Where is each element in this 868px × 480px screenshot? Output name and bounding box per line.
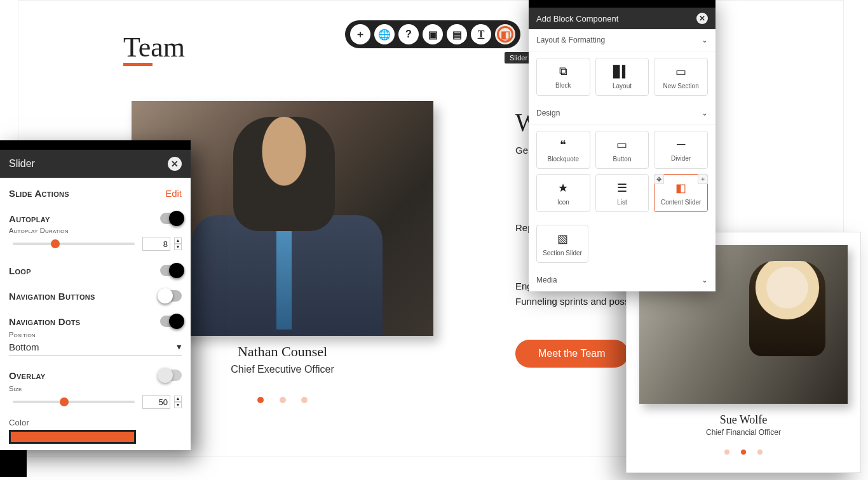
- item-label: List: [617, 199, 627, 206]
- autoplay-duration-stepper[interactable]: ▲▼: [174, 237, 182, 250]
- category-design[interactable]: Design ⌄: [529, 102, 715, 124]
- chevron-down-icon: ▾: [177, 341, 182, 352]
- slider-panel-title: Slider: [9, 158, 35, 170]
- add-block-panel: Add Block Component ✕ Layout & Formattin…: [529, 0, 715, 291]
- chevron-down-icon: ⌄: [702, 36, 708, 44]
- text-button[interactable]: T: [471, 24, 491, 44]
- photo-tie: [276, 228, 292, 330]
- figure: [749, 261, 825, 356]
- layout-button[interactable]: ▤: [447, 24, 467, 44]
- add-button[interactable]: ＋: [350, 24, 370, 44]
- overlay-toggle[interactable]: [160, 370, 182, 381]
- add-block-header: Add Block Component ✕: [529, 8, 715, 29]
- size-value[interactable]: 50: [142, 395, 170, 409]
- item-divider[interactable]: ⸺Divider: [654, 131, 708, 169]
- add-icon[interactable]: ＋: [698, 174, 708, 184]
- add-block-title: Add Block Component: [536, 14, 618, 23]
- slide-actions-label: Slide Actions: [9, 188, 69, 199]
- chevron-down-icon: ⌄: [702, 276, 708, 284]
- position-dropdown[interactable]: Bottom ▾: [9, 338, 182, 356]
- chevron-down-icon: ⌄: [702, 109, 708, 117]
- loop-label: Loop: [9, 265, 31, 276]
- item-button[interactable]: ▭Button: [595, 131, 649, 169]
- position-label: Position: [9, 331, 182, 338]
- cube-icon: ⧉: [559, 65, 567, 78]
- star-icon: ★: [558, 181, 568, 195]
- item-label: New Section: [663, 83, 699, 90]
- nav-dots-toggle[interactable]: [160, 316, 182, 327]
- section-icon: ▭: [675, 65, 686, 79]
- dot-3[interactable]: [757, 450, 763, 455]
- button-icon: ▭: [616, 138, 627, 152]
- list-icon: ☰: [617, 181, 627, 195]
- item-icon[interactable]: ★Icon: [536, 174, 590, 212]
- category-design-label: Design: [536, 109, 560, 117]
- autoplay-label: Autoplay: [9, 213, 50, 224]
- size-label: Size: [9, 385, 182, 392]
- position-value: Bottom: [9, 342, 39, 352]
- dot-3[interactable]: [301, 397, 308, 403]
- columns-icon: ▊▍: [613, 65, 631, 79]
- slider-card-2-dots: [627, 446, 860, 457]
- item-label: Content Slider: [661, 199, 701, 206]
- close-icon[interactable]: ✕: [168, 157, 182, 171]
- color-label: Color: [9, 418, 182, 427]
- item-label: Icon: [557, 199, 569, 206]
- item-label: Block: [555, 82, 571, 89]
- size-slider[interactable]: [13, 401, 135, 403]
- item-label: Blockquote: [548, 156, 579, 163]
- close-icon[interactable]: ✕: [696, 13, 708, 24]
- globe-button[interactable]: 🌐: [374, 24, 395, 44]
- item-label: Button: [613, 156, 632, 163]
- autoplay-duration-label: Autoplay Duration: [9, 227, 182, 234]
- autoplay-duration-slider[interactable]: [13, 243, 135, 245]
- autoplay-duration-value[interactable]: 8: [142, 237, 170, 251]
- slider-panel-header: Slider ✕: [0, 150, 191, 178]
- item-block[interactable]: ⧉Block: [536, 58, 590, 96]
- quote-icon: ❝: [560, 138, 566, 152]
- dot-1[interactable]: [724, 450, 729, 455]
- overlay-label: Overlay: [9, 370, 45, 381]
- category-layout-label: Layout & Formatting: [536, 36, 605, 44]
- nav-buttons-toggle[interactable]: [160, 290, 182, 302]
- edit-link[interactable]: Edit: [165, 188, 182, 199]
- size-stepper[interactable]: ▲▼: [174, 396, 182, 408]
- dot-2[interactable]: [741, 450, 746, 455]
- dot-2[interactable]: [280, 397, 286, 403]
- category-media-label: Media: [536, 276, 557, 284]
- item-label: Section Slider: [543, 250, 582, 257]
- item-label: Divider: [671, 155, 691, 162]
- move-icon[interactable]: ✥: [654, 174, 664, 184]
- slider-card-2-name: Sue Wolfe: [627, 413, 860, 427]
- page-title: Team: [123, 31, 185, 63]
- slider-button[interactable]: ◧: [495, 24, 515, 44]
- photo-figure: [233, 117, 335, 231]
- item-new-section[interactable]: ▭New Section: [654, 58, 708, 96]
- item-list[interactable]: ☰List: [595, 174, 649, 212]
- item-label: Layout: [613, 83, 632, 90]
- slider-icon: ◧: [675, 181, 686, 195]
- slider-card-2-role: Chief Financial Officer: [627, 428, 860, 437]
- color-swatch[interactable]: [9, 430, 136, 444]
- dot-1[interactable]: [257, 397, 264, 403]
- title-underline: [123, 63, 153, 66]
- loop-toggle[interactable]: [160, 265, 182, 276]
- nav-dots-label: Navigation Dots: [9, 316, 80, 327]
- autoplay-toggle[interactable]: [160, 213, 182, 224]
- image-button[interactable]: ▣: [423, 24, 443, 44]
- category-media[interactable]: Media ⌄: [529, 269, 715, 291]
- item-content-slider[interactable]: ✥ ＋ ◧ Content Slider: [654, 174, 708, 212]
- item-blockquote[interactable]: ❝Blockquote: [536, 131, 590, 169]
- slider-settings-panel: Slider ✕ Slide Actions Edit Autoplay Aut…: [0, 140, 191, 450]
- help-button[interactable]: ?: [398, 24, 419, 44]
- nav-buttons-label: Navigation Buttons: [9, 291, 95, 302]
- meet-team-button[interactable]: Meet the Team: [515, 340, 628, 368]
- item-section-slider[interactable]: ▧Section Slider: [536, 225, 588, 263]
- category-layout[interactable]: Layout & Formatting ⌄: [529, 29, 715, 51]
- editor-toolbar: ＋ 🌐 ? ▣ ▤ T ◧: [345, 20, 520, 48]
- divider-icon: ⸺: [675, 138, 687, 151]
- item-layout[interactable]: ▊▍Layout: [595, 58, 649, 96]
- section-slider-icon: ▧: [557, 232, 568, 246]
